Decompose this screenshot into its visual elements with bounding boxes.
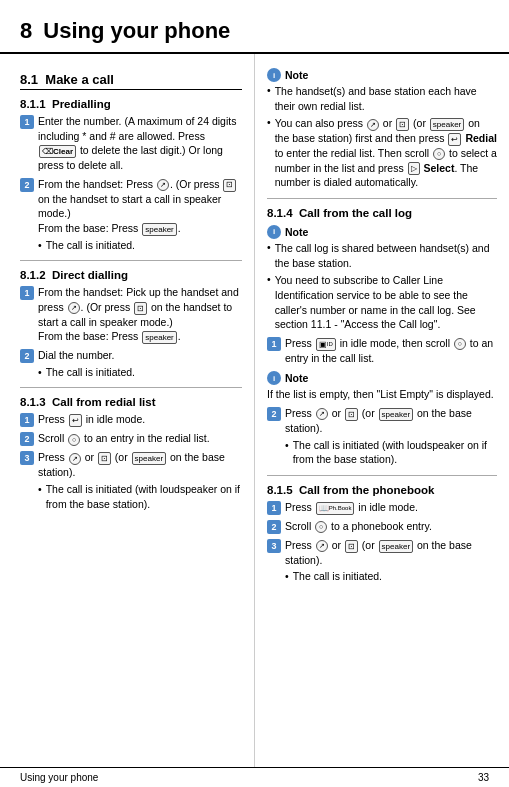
step-item: 2 Press ↗ or ⊡ (or speaker on the base s… — [267, 406, 497, 467]
bullet-dot: • — [38, 365, 42, 380]
bullet-dot: • — [267, 241, 271, 253]
bullet-dot: • — [267, 116, 271, 128]
page-header: 8 Using your phone — [0, 0, 509, 54]
calllog-steps: 1 Press ▣ID in idle mode, then scroll ○ … — [267, 336, 497, 365]
speaker-btn-icon: ⊡ — [396, 118, 409, 131]
section-8-1-3-header: 8.1.3 Call from redial list — [20, 396, 242, 408]
divider — [267, 198, 497, 199]
section-8-1-3-label: 8.1.3 — [20, 396, 46, 408]
step-text: Scroll ○ to a phonebook entry. — [285, 519, 432, 534]
bullet-text: The call is initiated. — [293, 569, 382, 584]
bullet-dot: • — [267, 84, 271, 96]
step-text: Press ↗ or ⊡ (or speaker on the base sta… — [285, 538, 497, 584]
scroll-icon: ○ — [454, 338, 466, 350]
section-8-1-3-title: Call from redial list — [52, 396, 156, 408]
step-item: 3 Press ↗ or ⊡ (or speaker on the base s… — [267, 538, 497, 584]
step-text: Press ▣ID in idle mode, then scroll ○ to… — [285, 336, 497, 365]
bullet-text: The handset(s) and base station each hav… — [275, 84, 497, 113]
step-item: 2 Dial the number. • The call is initiat… — [20, 348, 242, 379]
note-block-calllog: i Note • The call log is shared between … — [267, 225, 497, 332]
step-number: 2 — [267, 520, 281, 534]
bullet-item: • The call is initiated. — [38, 238, 242, 253]
redial-menu-icon: ↩ — [448, 133, 461, 146]
bullet-text: The call is initiated. — [46, 238, 135, 253]
handset-icon: ↗ — [367, 119, 379, 131]
note-bullets: • The handset(s) and base station each h… — [267, 84, 497, 190]
divider — [20, 260, 242, 261]
section-8-1-label: 8.1 — [20, 72, 38, 87]
speaker-base-icon: speaker — [379, 408, 413, 421]
bullet-text: The call is initiated. — [46, 365, 135, 380]
step-number: 2 — [267, 407, 281, 421]
step-text: Press ↗ or ⊡ (or speaker on the base sta… — [38, 450, 242, 511]
calllog-steps2: 2 Press ↗ or ⊡ (or speaker on the base s… — [267, 406, 497, 467]
col-right: i Note • The handset(s) and base station… — [255, 54, 509, 767]
handset-icon: ↗ — [69, 453, 81, 465]
bullet-text: The call log is shared between handset(s… — [275, 241, 497, 270]
redial-steps: 1 Press ↩ in idle mode. 2 Scroll ○ to an… — [20, 412, 242, 511]
section-8-1-2-header: 8.1.2 Direct dialling — [20, 269, 242, 281]
section-8-1-header: 8.1 Make a call — [20, 72, 242, 90]
speaker-base-icon: speaker — [142, 331, 176, 344]
step-text: Press ↗ or ⊡ (or speaker on the base sta… — [285, 406, 497, 467]
step-number: 2 — [20, 349, 34, 363]
section-8-1-4-label: 8.1.4 — [267, 207, 293, 219]
note-header: i Note — [267, 225, 497, 239]
phbook-icon: 📖Ph.Book — [316, 502, 355, 515]
step-number: 1 — [20, 286, 34, 300]
bullet-text: You need to subscribe to Caller Line Ide… — [275, 273, 497, 332]
scroll-icon: ○ — [433, 148, 445, 160]
footer-left-text: Using your phone — [20, 772, 98, 783]
bullet-text: You can also press ↗ or ⊡ (or speaker on… — [275, 116, 497, 190]
bullet-dot: • — [38, 238, 42, 253]
step-item: 3 Press ↗ or ⊡ (or speaker on the base s… — [20, 450, 242, 511]
direct-dialling-steps: 1 From the handset: Pick up the handset … — [20, 285, 242, 379]
bullet-dot: • — [267, 273, 271, 285]
step-number: 1 — [20, 115, 34, 129]
redial-icon: ↩ — [69, 414, 82, 427]
bullet-text: The call is initiated (with loudspeaker … — [293, 438, 497, 467]
note-text: If the list is empty, then "List Empty" … — [267, 387, 497, 402]
scroll-icon: ○ — [68, 434, 80, 446]
speaker-btn-icon: ⊡ — [345, 540, 358, 553]
step-text: From the handset: Press ↗. (Or press ⊡ o… — [38, 177, 242, 253]
speaker-base-icon: speaker — [142, 223, 176, 236]
note-bullets: • The call log is shared between handset… — [267, 241, 497, 332]
step-number: 1 — [20, 413, 34, 427]
speaker-base-icon: speaker — [132, 452, 166, 465]
speaker-btn-icon: ⊡ — [98, 452, 111, 465]
section-8-1-1-header: 8.1.1 Predialling — [20, 98, 242, 110]
speaker-base-icon: speaker — [379, 540, 413, 553]
note-icon: i — [267, 225, 281, 239]
note-block-top: i Note • The handset(s) and base station… — [267, 68, 497, 190]
step-number: 1 — [267, 501, 281, 515]
section-8-1-5-header: 8.1.5 Call from the phonebook — [267, 484, 497, 496]
step-text: Press ↩ in idle mode. — [38, 412, 145, 427]
select-icon: ▷ — [408, 162, 420, 175]
speaker-base-icon: speaker — [430, 118, 464, 131]
section-8-1-5-label: 8.1.5 — [267, 484, 293, 496]
step-number: 3 — [267, 539, 281, 553]
predialling-steps: 1 Enter the number. (A maximum of 24 dig… — [20, 114, 242, 252]
step-item: 2 Scroll ○ to an entry in the redial lis… — [20, 431, 242, 446]
bullet-dot: • — [285, 569, 289, 584]
page-title: Using your phone — [43, 18, 230, 43]
step-item: 1 Enter the number. (A maximum of 24 dig… — [20, 114, 242, 173]
note-label: Note — [285, 226, 308, 238]
divider — [267, 475, 497, 476]
handset-icon: ↗ — [68, 302, 80, 314]
note-header: i Note — [267, 68, 497, 82]
note-bullet-item: • You need to subscribe to Caller Line I… — [267, 273, 497, 332]
section-8-1-5-title: Call from the phonebook — [299, 484, 434, 496]
note-block-calllog2: i Note If the list is empty, then "List … — [267, 371, 497, 402]
section-8-1-1-label: 8.1.1 — [20, 98, 46, 110]
footer-page-number: 33 — [478, 772, 489, 783]
step-item: 1 Press ▣ID in idle mode, then scroll ○ … — [267, 336, 497, 365]
calllog-icon: ▣ID — [316, 338, 336, 351]
note-label: Note — [285, 69, 308, 81]
step-text: Press 📖Ph.Book in idle mode. — [285, 500, 418, 515]
page-container: 8 Using your phone 8.1 Make a call 8.1.1… — [0, 0, 509, 787]
bullet-item: • The call is initiated. — [285, 569, 497, 584]
step-number: 2 — [20, 178, 34, 192]
section-8-1-2-label: 8.1.2 — [20, 269, 46, 281]
